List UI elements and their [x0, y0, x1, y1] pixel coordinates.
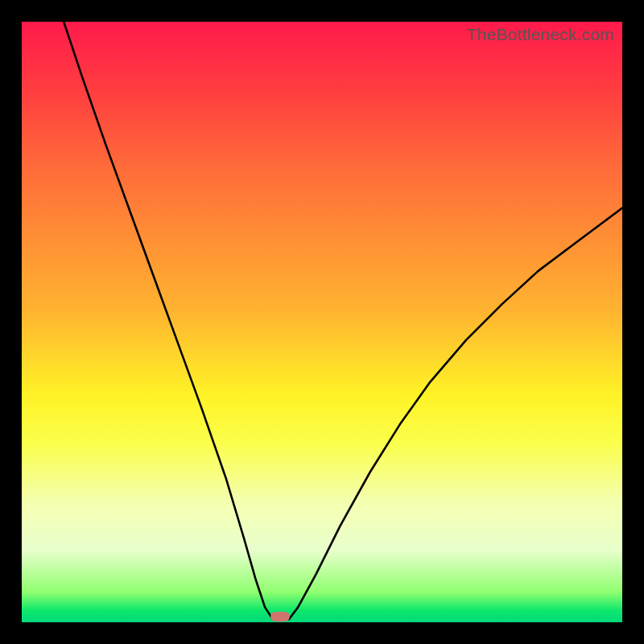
bottleneck-curve	[22, 22, 622, 622]
optimal-marker	[270, 612, 290, 621]
plot-area: TheBottleneck.com	[22, 22, 622, 622]
chart-container: TheBottleneck.com	[0, 0, 644, 644]
